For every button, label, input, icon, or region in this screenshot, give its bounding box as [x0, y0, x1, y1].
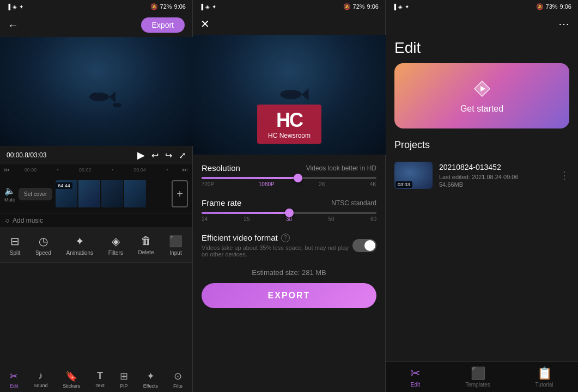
add-music-button[interactable]: Add music — [13, 217, 43, 224]
signal-icon-1: ▐ — [7, 4, 10, 10]
framerate-row: Frame rate NTSC standard — [202, 198, 376, 207]
watermark-text: HC Newsroom — [268, 132, 311, 139]
resolution-section: Resolution Videos look better in HD 720P… — [202, 163, 376, 187]
framerate-track — [202, 212, 376, 214]
info-icon[interactable]: ? — [281, 234, 290, 242]
time-display: 00:00.8/03:03 — [7, 151, 46, 159]
nav-stickers[interactable]: 🔖 Stickers — [63, 370, 80, 389]
res-label-2k: 2K — [319, 181, 325, 187]
status-bar-1: ▐ ◈ ✦ 🔕 72% 9:06 — [0, 0, 192, 13]
project-size: 54.66MB — [439, 181, 553, 188]
edit-toolbar: ⊟ Split ◷ Speed ✦ Animations ◈ Filters 🗑… — [0, 228, 192, 263]
edit-nav3-label: Edit — [411, 382, 420, 388]
wifi-icon-2: ◈ — [205, 4, 210, 10]
mute-icon-1: 🔕 — [150, 3, 158, 10]
export-button-1[interactable]: Export — [141, 17, 185, 33]
header-3: ⋯ — [386, 13, 578, 35]
nav3-tutorial[interactable]: 📋 Tutorial — [536, 366, 553, 388]
battery-text-1: 72% — [160, 3, 172, 10]
export-button-2[interactable]: EXPORT — [202, 283, 376, 308]
undo-button[interactable]: ↩ — [151, 150, 159, 161]
timeline-controls: 00:00.8/03:03 ▶ ↩ ↪ ⤢ — [0, 146, 192, 164]
framerate-section: Frame rate NTSC standard 24 25 30 50 60 — [202, 198, 376, 222]
time-1: 9:06 — [174, 3, 186, 10]
bt-icon-3: ✦ — [405, 4, 409, 10]
timeline-ruler: ⏮ 00:00 • 00:02 • 00:04 • ⏭ — [0, 164, 192, 175]
resolution-track — [202, 177, 376, 179]
fullscreen-button[interactable]: ⤢ — [179, 150, 186, 161]
project-card[interactable]: 03:03 20210824-013452 Last edited: 2021.… — [394, 157, 569, 193]
sound-nav-icon: ♪ — [38, 370, 43, 382]
framerate-hint: NTSC standard — [331, 199, 376, 207]
ruler-track: 00:00 • 00:02 • 00:04 • — [14, 167, 178, 173]
toggle-knob — [364, 240, 375, 251]
nav3-edit[interactable]: ✂ Edit — [410, 366, 420, 388]
toggle-left: Efficient video format ? Videos take up … — [202, 233, 352, 258]
resolution-fill — [202, 177, 298, 179]
efficient-toggle[interactable] — [352, 239, 376, 252]
set-cover-button[interactable]: Set cover — [19, 188, 52, 200]
ruler-end[interactable]: ⏭ — [182, 167, 188, 173]
status-left-1: ▐ ◈ ✦ — [7, 4, 23, 10]
resolution-slider[interactable] — [202, 177, 376, 179]
animations-tool[interactable]: ✦ Animations — [63, 232, 96, 258]
nav-text[interactable]: T Text — [95, 370, 105, 389]
input-tool[interactable]: ⬛ Input — [166, 232, 186, 258]
nav-edit[interactable]: ✂ Edit — [10, 370, 19, 389]
projects-section: Projects 03:03 20210824-013452 Last edit… — [386, 139, 578, 193]
framerate-label: Frame rate — [202, 198, 241, 207]
stickers-nav-icon: 🔖 — [65, 370, 77, 382]
resolution-thumb[interactable] — [294, 174, 302, 182]
split-tool[interactable]: ⊟ Split — [7, 232, 23, 258]
project-more-button[interactable]: ⋮ — [559, 169, 569, 181]
filters-tool[interactable]: ◈ Filters — [105, 232, 126, 258]
res-label-1080: 1080P — [259, 181, 275, 187]
fps-label-24: 24 — [202, 216, 208, 222]
efficient-desc: Videos take up about 35% less space, but… — [202, 244, 352, 258]
split-icon: ⊟ — [10, 235, 20, 248]
get-started-card[interactable]: Get started — [394, 63, 569, 128]
mute-label: Mute — [4, 197, 15, 203]
nav3-templates[interactable]: ⬛ Templates — [465, 366, 490, 388]
edit-nav-label: Edit — [10, 383, 19, 389]
project-last-edited: Last edited: 2021.08.24 09:06 — [439, 174, 553, 180]
fps-label-60: 60 — [370, 216, 376, 222]
ruler-mark-4: 00:04 — [133, 167, 146, 173]
more-button[interactable]: ⋯ — [558, 17, 570, 30]
resolution-label: Resolution — [202, 163, 240, 173]
delete-tool[interactable]: 🗑 Delete — [135, 232, 157, 258]
project-thumbnail: 03:03 — [394, 162, 433, 189]
ruler-mark-0: 00:00 — [25, 167, 37, 173]
mute-icon-3: 🔕 — [536, 3, 544, 10]
text-nav-icon: T — [97, 370, 103, 382]
resolution-row: Resolution Videos look better in HD — [202, 163, 376, 173]
redo-button[interactable]: ↪ — [165, 150, 172, 161]
play-button[interactable]: ▶ — [137, 149, 145, 161]
fps-label-50: 50 — [328, 216, 334, 222]
framerate-thumb[interactable] — [285, 209, 294, 217]
speed-label: Speed — [35, 250, 51, 256]
mute-button[interactable]: 🔈 Mute — [4, 186, 15, 203]
back-button[interactable]: ← — [8, 19, 19, 32]
timestamp-overlay: 64:44 — [56, 182, 72, 189]
watermark: HC HC Newsroom — [257, 105, 321, 144]
efficient-format-section: Efficient video format ? Videos take up … — [202, 233, 376, 258]
nav-pip[interactable]: ⊞ PIP — [120, 370, 128, 389]
signal-icon-3: ▐ — [392, 4, 396, 10]
svg-point-3 — [113, 103, 121, 107]
speed-tool[interactable]: ◷ Speed — [32, 232, 54, 258]
svg-point-4 — [280, 90, 301, 99]
nav-effects[interactable]: ✦ Effects — [143, 370, 158, 389]
framerate-slider[interactable] — [202, 212, 376, 214]
animations-label: Animations — [66, 250, 93, 256]
status-right-2: 🔕 72% 9:06 — [343, 3, 379, 10]
nav-filter[interactable]: ⊙ Filte — [173, 370, 182, 389]
cover-label: Set cover — [24, 191, 47, 197]
pip-nav-label: PIP — [120, 383, 128, 389]
nav-sound[interactable]: ♪ Sound — [33, 370, 47, 389]
add-clip-button[interactable]: + — [172, 180, 188, 207]
bt-icon-1: ✦ — [19, 4, 23, 10]
ruler-start[interactable]: ⏮ — [4, 167, 10, 173]
close-button[interactable]: ✕ — [200, 17, 210, 30]
templates-nav3-icon: ⬛ — [471, 366, 485, 381]
